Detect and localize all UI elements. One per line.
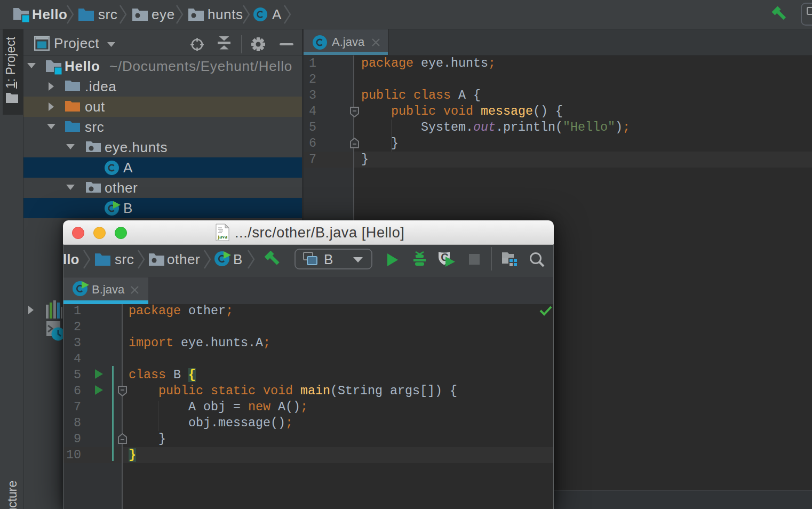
svg-text:java: java (217, 234, 227, 240)
